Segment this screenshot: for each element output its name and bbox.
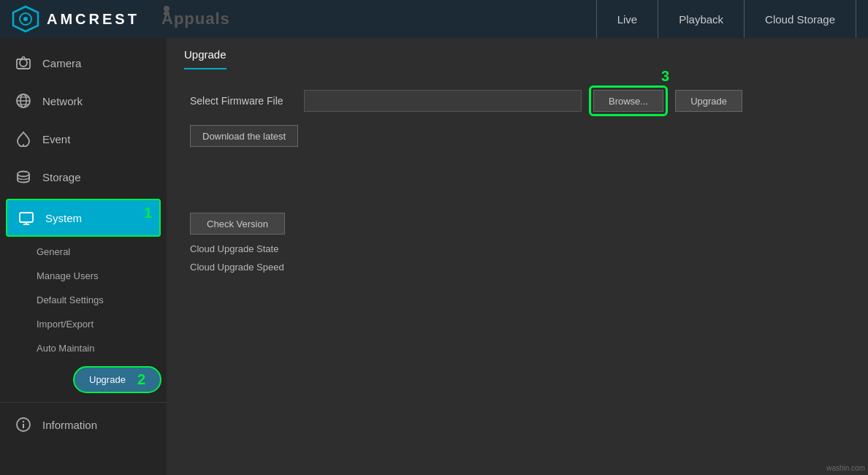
firmware-label: Select Firmware File: [190, 95, 292, 107]
sidebar-item-network[interactable]: Network: [0, 82, 167, 120]
system-badge: 1: [144, 205, 152, 221]
svg-text:Appuals: Appuals: [161, 10, 230, 28]
system-label: System: [45, 212, 82, 224]
event-icon: [15, 130, 32, 148]
sidebar-item-information[interactable]: Information: [0, 406, 167, 444]
amcrest-logo-icon: [12, 5, 39, 33]
upgrade-sub-label: Upgrade: [89, 374, 126, 385]
sidebar-item-camera[interactable]: Camera: [0, 44, 167, 82]
network-label: Network: [42, 95, 83, 107]
browse-badge-label: 3: [661, 68, 669, 85]
sidebar-sub-manage-users[interactable]: Manage Users: [37, 264, 167, 288]
appuals-svg: Appuals: [161, 5, 249, 28]
svg-rect-5: [164, 12, 170, 15]
svg-rect-16: [20, 213, 33, 222]
tab-row: Upgrade: [167, 38, 868, 69]
camera-icon: [15, 54, 32, 72]
sidebar-sub-auto-maintain[interactable]: Auto Maintain: [37, 336, 167, 360]
content-footer: washin.com: [167, 293, 868, 475]
appuals-logo: Appuals: [161, 5, 249, 33]
content-header-wrapper: Upgrade: [167, 38, 868, 69]
cloud-speed-label: Cloud Upgrade Speed: [190, 262, 845, 273]
system-icon: [18, 209, 35, 227]
svg-rect-7: [17, 59, 30, 69]
sidebar-sub-import-export[interactable]: Import/Export: [37, 312, 167, 336]
upgrade-tab[interactable]: Upgrade: [184, 48, 226, 69]
camera-label: Camera: [42, 57, 81, 69]
cloud-state-label: Cloud Upgrade State: [190, 243, 845, 254]
nav-live[interactable]: Live: [596, 0, 659, 38]
logo-area: AMCREST Appuals: [12, 5, 596, 33]
watermark: washin.com: [826, 464, 865, 472]
sidebar-item-event[interactable]: Event: [0, 120, 167, 158]
network-icon: [15, 92, 32, 110]
nav-cloud-storage[interactable]: Cloud Storage: [745, 0, 856, 38]
sidebar-sub-default-settings[interactable]: Default Settings: [37, 288, 167, 312]
check-version-button[interactable]: Check Version: [190, 213, 285, 235]
content-area: Upgrade Select Firmware File 3 Browse...…: [167, 38, 868, 475]
sidebar-sub-menu: General Manage Users Default Settings Im…: [0, 240, 167, 399]
svg-point-2: [23, 17, 28, 21]
nav-links: Live Playback Cloud Storage: [596, 0, 856, 38]
download-row: Download the latest: [190, 125, 845, 147]
check-version-row: Check Version: [190, 213, 845, 235]
browse-btn-wrapper: 3 Browse...: [593, 90, 663, 112]
top-nav: AMCREST Appuals Live Playback Cloud Stor…: [0, 0, 868, 38]
firmware-input[interactable]: [304, 90, 582, 112]
version-section: Check Version Cloud Upgrade State Cloud …: [190, 213, 845, 273]
event-label: Event: [42, 133, 70, 145]
firmware-row: Select Firmware File 3 Browse... Upgrade: [190, 90, 845, 112]
logo-text: AMCREST: [47, 11, 140, 28]
upgrade-sub-inner: Upgrade 2: [73, 366, 161, 393]
information-icon: [15, 416, 32, 433]
sidebar-item-storage[interactable]: Storage: [0, 158, 167, 196]
svg-point-21: [23, 421, 24, 422]
information-label: Information: [42, 419, 97, 431]
sidebar-sub-general[interactable]: General: [37, 240, 167, 264]
svg-point-6: [20, 59, 27, 66]
storage-icon: [15, 168, 32, 186]
sidebar-sub-upgrade[interactable]: Upgrade 2: [37, 360, 167, 399]
nav-playback[interactable]: Playback: [658, 0, 745, 38]
sidebar: Camera Network: [0, 38, 167, 475]
svg-point-15: [18, 172, 29, 177]
upgrade-badge: 2: [137, 371, 145, 388]
svg-point-4: [164, 6, 170, 12]
sidebar-item-system[interactable]: System 1: [6, 199, 161, 237]
browse-button[interactable]: Browse...: [593, 90, 663, 112]
storage-label: Storage: [42, 171, 81, 183]
upgrade-button[interactable]: Upgrade: [675, 90, 742, 112]
upgrade-content: Select Firmware File 3 Browse... Upgrade…: [167, 69, 868, 293]
main-layout: Camera Network: [0, 38, 868, 475]
download-latest-button[interactable]: Download the latest: [190, 125, 298, 147]
